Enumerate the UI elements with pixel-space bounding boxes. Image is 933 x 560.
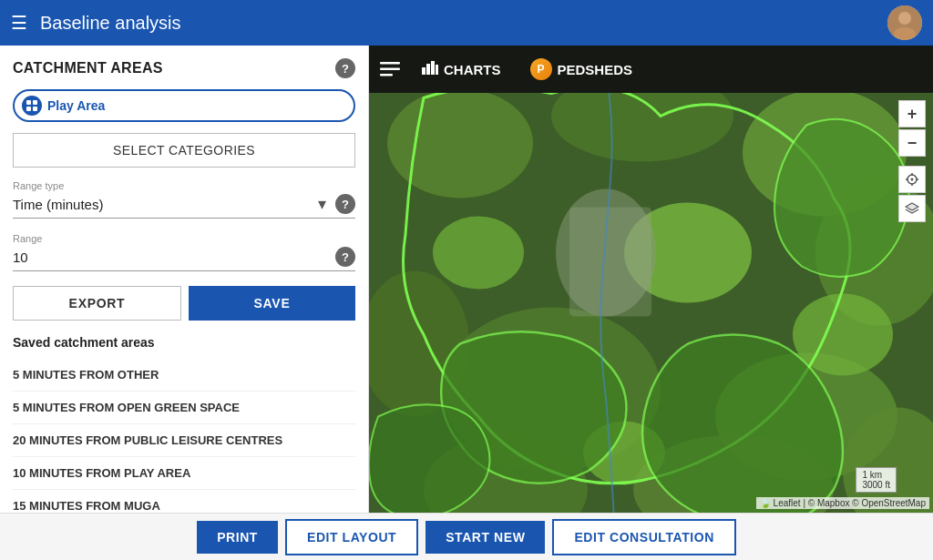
start-new-button[interactable]: START NEW: [425, 521, 545, 554]
save-button[interactable]: SAVE: [189, 286, 355, 321]
svg-rect-5: [26, 107, 31, 111]
svg-rect-10: [422, 67, 425, 75]
svg-rect-12: [431, 61, 435, 75]
page-title: Baseline analysis: [40, 13, 887, 34]
catchment-title: CATCHMENT AREAS: [13, 60, 163, 76]
svg-rect-6: [33, 107, 37, 111]
saved-catchment-title: Saved catchment areas: [13, 335, 355, 350]
avatar[interactable]: [887, 5, 922, 40]
svg-marker-37: [906, 203, 918, 210]
svg-rect-3: [26, 100, 31, 105]
svg-rect-4: [33, 100, 37, 105]
play-area-icon: [22, 96, 42, 116]
svg-point-1: [898, 12, 911, 25]
svg-point-32: [911, 178, 914, 181]
play-area-button[interactable]: Play Area: [13, 89, 355, 122]
location-button[interactable]: [898, 166, 926, 193]
saved-catchment-list: 5 MINUTES FROM OTHER5 MINUTES FROM OPEN …: [13, 359, 355, 513]
list-item[interactable]: 10 MINUTES FROM PLAY AREA: [13, 457, 355, 490]
svg-rect-8: [380, 68, 400, 71]
charts-bar-icon: [422, 60, 438, 79]
edit-consultation-button[interactable]: EDIT CONSULTATION: [552, 519, 735, 555]
svg-rect-13: [436, 65, 438, 75]
export-save-row: EXPORT SAVE: [13, 286, 355, 321]
range-type-row: Time (minutes) ▾ ?: [13, 194, 355, 219]
svg-rect-9: [380, 74, 393, 76]
left-panel: CATCHMENT AREAS ? Play Area SELECT CATEG…: [0, 46, 369, 513]
range-type-field: Range type Time (minutes) ▾ ?: [13, 180, 355, 219]
zoom-out-button[interactable]: −: [898, 129, 926, 157]
map-controls: + −: [898, 100, 926, 222]
range-field: Range 10 ?: [13, 233, 355, 271]
scale-line1: 1 km: [862, 470, 890, 480]
list-item[interactable]: 15 MINUTES FROM MUGA: [13, 490, 355, 513]
svg-rect-30: [569, 208, 651, 317]
zoom-in-button[interactable]: +: [898, 100, 926, 127]
scale-line2: 3000 ft: [862, 480, 890, 490]
catchment-header: CATCHMENT AREAS ?: [13, 58, 355, 78]
svg-rect-7: [380, 62, 400, 65]
export-button[interactable]: EXPORT: [13, 286, 181, 321]
range-help-icon[interactable]: ?: [335, 247, 355, 267]
hamburger-menu-icon[interactable]: ☰: [11, 12, 27, 34]
layers-button[interactable]: [898, 195, 926, 222]
map-background[interactable]: [369, 93, 933, 513]
map-area: CHARTS P PEDSHEDS: [369, 46, 933, 513]
pedsheds-tab[interactable]: P PEDSHEDS: [523, 53, 641, 86]
svg-point-26: [433, 217, 524, 290]
main-content: CATCHMENT AREAS ? Play Area SELECT CATEG…: [0, 46, 933, 513]
catchment-help-icon[interactable]: ?: [335, 58, 355, 78]
range-type-help-icon[interactable]: ?: [335, 194, 355, 214]
list-item[interactable]: 5 MINUTES FROM OPEN GREEN SPACE: [13, 392, 355, 424]
edit-layout-button[interactable]: EDIT LAYOUT: [285, 519, 418, 555]
map-overlay: [369, 93, 933, 513]
pedsheds-icon: P: [530, 58, 552, 80]
header: ☰ Baseline analysis: [0, 0, 933, 46]
range-label: Range: [13, 233, 355, 244]
bottom-toolbar: PRINT EDIT LAYOUT START NEW EDIT CONSULT…: [0, 513, 933, 560]
map-scale: 1 km 3000 ft: [856, 467, 897, 493]
dropdown-arrow-icon: ▾: [318, 194, 326, 214]
play-area-label: Play Area: [47, 98, 105, 113]
select-categories-button[interactable]: SELECT CATEGORIES: [13, 133, 355, 168]
print-button[interactable]: PRINT: [197, 521, 278, 554]
map-attribution: 🍃 Leaflet | © Mapbox © OpenStreetMap: [756, 497, 929, 509]
list-item[interactable]: 20 MINUTES FROM PUBLIC LEISURE CENTRES: [13, 424, 355, 457]
range-value: 10: [13, 249, 335, 265]
range-type-label: Range type: [13, 180, 355, 191]
avatar-image: [887, 5, 922, 40]
svg-point-27: [793, 294, 893, 376]
charts-label: CHARTS: [444, 62, 501, 77]
map-toolbar: CHARTS P PEDSHEDS: [369, 46, 933, 93]
range-row: 10 ?: [13, 247, 355, 271]
list-item[interactable]: 5 MINUTES FROM OTHER: [13, 359, 355, 392]
pedsheds-label: PEDSHEDS: [558, 62, 633, 77]
range-type-select[interactable]: Time (minutes): [13, 197, 318, 212]
map-menu-icon[interactable]: [380, 62, 400, 76]
svg-rect-11: [426, 64, 430, 75]
charts-tab[interactable]: CHARTS: [415, 55, 508, 85]
